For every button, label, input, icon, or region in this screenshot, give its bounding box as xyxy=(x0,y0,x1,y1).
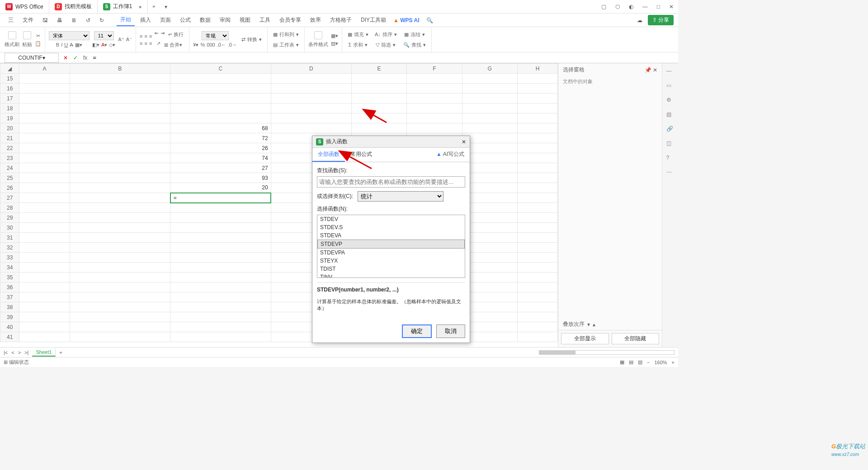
qat-redo-icon[interactable]: ↻ xyxy=(96,15,108,25)
cell-C33[interactable] xyxy=(170,253,271,263)
table-style-icon[interactable]: ▦▾ xyxy=(331,33,338,39)
cell-G39[interactable] xyxy=(462,312,517,322)
cell-C20[interactable]: 68 xyxy=(170,123,271,133)
category-select[interactable]: 统计 xyxy=(358,191,443,202)
tab-home[interactable]: 开始 xyxy=(117,14,135,26)
cell-G38[interactable] xyxy=(462,302,517,312)
maximize-button[interactable]: □ xyxy=(652,4,665,10)
cell-H20[interactable] xyxy=(517,123,557,133)
cell-B38[interactable] xyxy=(70,302,170,312)
cell-B22[interactable] xyxy=(70,143,170,153)
cell-H17[interactable] xyxy=(517,94,557,103)
percent-icon[interactable]: % xyxy=(200,42,205,48)
cell-C23[interactable]: 74 xyxy=(170,153,271,163)
cell-B15[interactable] xyxy=(70,74,170,84)
row-header-17[interactable]: 17 xyxy=(0,94,19,103)
cell-C18[interactable] xyxy=(170,103,271,113)
strike-button[interactable]: A̶ xyxy=(70,42,73,48)
cell-H36[interactable] xyxy=(517,282,557,292)
search-function-input[interactable] xyxy=(317,176,465,188)
indent-decrease-icon[interactable]: ⇤ xyxy=(155,30,159,39)
cell-B40[interactable] xyxy=(70,322,170,332)
cell-H16[interactable] xyxy=(517,84,557,94)
cell-C37[interactable] xyxy=(170,292,271,302)
cell-A39[interactable] xyxy=(19,312,70,322)
function-item-stdevp[interactable]: STDEVP xyxy=(317,240,465,249)
cell-B34[interactable] xyxy=(70,263,170,273)
cell-B36[interactable] xyxy=(70,282,170,292)
row-header-35[interactable]: 35 xyxy=(0,273,19,282)
cell-G36[interactable] xyxy=(462,282,517,292)
cell-C41[interactable] xyxy=(170,332,271,342)
cell-H31[interactable] xyxy=(517,233,557,243)
align-left-icon[interactable]: ≡ xyxy=(140,41,142,46)
row-header-21[interactable]: 21 xyxy=(0,133,19,143)
cell-G17[interactable] xyxy=(462,94,517,103)
row-header-34[interactable]: 34 xyxy=(0,263,19,273)
cell-H28[interactable] xyxy=(517,203,557,213)
cell-G21[interactable] xyxy=(462,133,517,143)
cell-D18[interactable] xyxy=(271,103,351,113)
cell-C22[interactable]: 26 xyxy=(170,143,271,153)
cell-C15[interactable] xyxy=(170,74,271,84)
function-item-tdist[interactable]: TDIST xyxy=(317,265,465,273)
col-header-H[interactable]: H xyxy=(517,64,557,74)
spreadsheet-grid[interactable]: ◢ABCDEFGH1516171819206821722226237424272… xyxy=(0,63,558,347)
tab-workbook[interactable]: S 工作簿1 ● xyxy=(98,0,148,13)
col-header-D[interactable]: D xyxy=(271,64,351,74)
cell-H35[interactable] xyxy=(517,273,557,282)
cell-B17[interactable] xyxy=(70,94,170,103)
cell-D15[interactable] xyxy=(271,74,351,84)
cell-G27[interactable] xyxy=(462,193,517,203)
align-top-icon[interactable]: ≡ xyxy=(140,33,142,39)
cell-B41[interactable] xyxy=(70,332,170,342)
row-header-33[interactable]: 33 xyxy=(0,253,19,263)
cell-H41[interactable] xyxy=(517,332,557,342)
row-header-38[interactable]: 38 xyxy=(0,302,19,312)
cell-G24[interactable] xyxy=(462,163,517,173)
cell-C30[interactable] xyxy=(170,223,271,233)
new-tab-button[interactable]: + xyxy=(148,4,160,10)
zoom-out-icon[interactable]: − xyxy=(647,360,650,365)
tab-page[interactable]: 页面 xyxy=(156,14,175,26)
cell-G31[interactable] xyxy=(462,233,517,243)
align-right-icon[interactable]: ≡ xyxy=(149,41,152,46)
indent-increase-icon[interactable]: ⇥ xyxy=(160,30,165,39)
tab-wps-office[interactable]: W WPS Office xyxy=(0,0,49,13)
crop-icon[interactable]: ◫ xyxy=(666,140,675,148)
increase-decimal-icon[interactable]: .0← xyxy=(217,42,226,48)
align-middle-icon[interactable]: ≡ xyxy=(144,33,147,39)
cell-B19[interactable] xyxy=(70,113,170,123)
dialog-tab-all[interactable]: 全部函数 xyxy=(312,148,345,162)
tab-diy[interactable]: DIY工具箱 xyxy=(357,14,390,26)
cell-D16[interactable] xyxy=(271,84,351,94)
cell-H26[interactable] xyxy=(517,183,557,193)
cell-C25[interactable]: 93 xyxy=(170,173,271,183)
cell-A15[interactable] xyxy=(19,74,70,84)
cell-H33[interactable] xyxy=(517,253,557,263)
menu-file[interactable]: 文件 xyxy=(19,14,37,26)
cell-A29[interactable] xyxy=(19,213,70,223)
tab-member[interactable]: 会员专享 xyxy=(276,14,305,26)
cell-E16[interactable] xyxy=(351,84,406,94)
cell-B16[interactable] xyxy=(70,84,170,94)
show-all-button[interactable]: 全部显示 xyxy=(561,333,609,344)
font-size-select[interactable]: 11 xyxy=(94,31,114,40)
cell-G16[interactable] xyxy=(462,84,517,94)
cell-H40[interactable] xyxy=(517,322,557,332)
cell-G41[interactable] xyxy=(462,332,517,342)
cell-C19[interactable] xyxy=(170,113,271,123)
row-header-29[interactable]: 29 xyxy=(0,213,19,223)
cell-H25[interactable] xyxy=(517,173,557,183)
cell-G15[interactable] xyxy=(462,74,517,84)
cell-D17[interactable] xyxy=(271,94,351,103)
minimize-button[interactable]: — xyxy=(638,4,652,10)
sheet-tab-1[interactable]: Sheet1 xyxy=(32,348,56,357)
cell-H38[interactable] xyxy=(517,302,557,312)
cell-B29[interactable] xyxy=(70,213,170,223)
cell-A18[interactable] xyxy=(19,103,70,113)
row-header-28[interactable]: 28 xyxy=(0,203,19,213)
close-button[interactable]: ✕ xyxy=(665,4,678,10)
view-page-icon[interactable]: ▤ xyxy=(629,359,633,365)
cell-A27[interactable] xyxy=(19,193,70,203)
